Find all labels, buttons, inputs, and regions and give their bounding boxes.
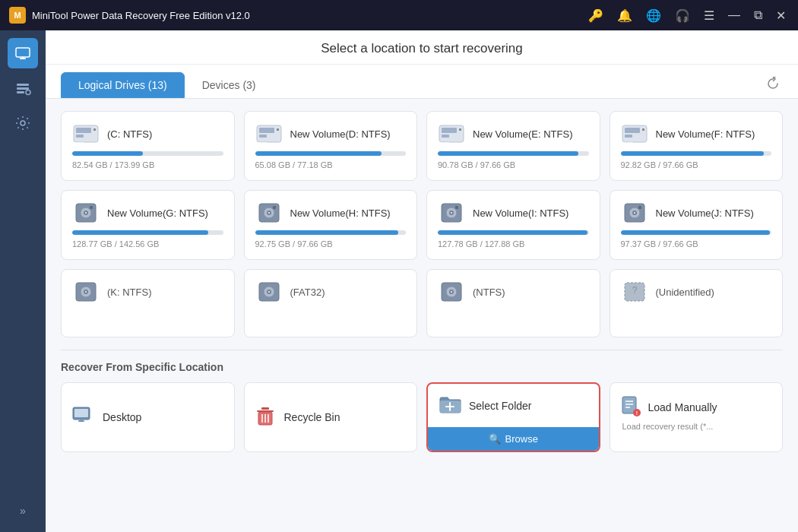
drive-progress-d [255,151,407,156]
specific-location-title: Recover From Specific Location [61,361,783,373]
svg-rect-19 [442,128,457,133]
svg-rect-25 [625,135,632,138]
recycle-bin-icon [255,406,275,429]
tab-logical-drives[interactable]: Logical Drives (13) [61,72,185,98]
svg-point-41 [451,212,452,214]
drive-card-unidentified[interactable]: ? (Unidentified) [610,269,784,337]
drive-name-c: (C: NTFS) [107,128,152,140]
drive-icon-fat32 [255,280,283,303]
drive-card-d[interactable]: SSD New Volume(D: NTFS) 65.08 GB / 77.18… [244,111,418,181]
notification-icon[interactable]: 🔔 [614,8,635,23]
svg-point-59 [451,291,452,293]
drive-card-fat32[interactable]: (FAT32) [244,269,418,337]
svg-rect-24 [625,128,640,133]
svg-point-36 [268,212,270,214]
drive-icon-j [621,201,648,224]
drive-name-unidentified: (Unidentified) [656,287,714,298]
header-text: Select a location to start recovering [321,41,523,55]
drive-card-ntfs[interactable]: (NTFS) [426,269,600,337]
drive-name-j: New Volume(J: NTFS) [656,207,754,219]
location-card-load-manually[interactable]: ! Load Manually Load recovery result (*.… [610,382,784,452]
svg-text:SSD: SSD [258,141,268,145]
refresh-button[interactable] [763,74,783,97]
drive-card-e[interactable]: SSD New Volume(E: NTFS) 90.78 GB / 97.66… [426,111,600,181]
svg-rect-3 [17,84,29,86]
drive-icon-h [255,201,283,224]
svg-text:!: ! [635,410,637,416]
load-manually-sublabel: Load recovery result (*... [622,422,714,431]
drive-progress-i [438,230,589,235]
svg-rect-32 [90,206,93,209]
svg-point-6 [26,90,30,95]
drive-progress-g [72,230,223,235]
drive-card-h[interactable]: New Volume(H: NTFS) 92.75 GB / 97.66 GB [244,190,418,260]
svg-rect-0 [16,48,30,57]
svg-point-55 [268,291,270,293]
close-button[interactable]: ✕ [773,8,789,23]
desktop-label: Desktop [103,411,141,423]
key-icon[interactable]: 🔑 [585,8,606,23]
drive-icon-i [438,201,465,224]
svg-point-51 [85,291,87,293]
svg-text:SSD: SSD [441,141,451,145]
tab-devices[interactable]: Devices (3) [185,72,274,98]
recover-icon [14,45,31,62]
drive-icon-unidentified: ? [621,280,648,303]
drive-icon-d: SSD [255,122,283,145]
menu-icon[interactable]: ☰ [701,8,717,23]
drive-name-i: New Volume(I: NTFS) [473,207,568,219]
svg-rect-10 [76,135,84,138]
svg-rect-26 [642,128,644,131]
drive-name-ntfs: (NTFS) [473,287,505,298]
drive-size-g: 128.77 GB / 142.56 GB [72,239,223,249]
svg-point-46 [634,212,635,214]
svg-rect-21 [459,128,461,131]
sidebar-item-settings[interactable] [8,108,38,138]
minimize-button[interactable]: — [725,8,743,22]
drive-card-k[interactable]: (K: NTFS) [61,269,235,337]
svg-rect-47 [638,206,641,209]
svg-rect-9 [76,128,91,133]
window-controls: 🔑 🔔 🌐 🎧 ☰ — ⧉ ✕ [585,8,789,23]
drive-progress-h [255,230,407,235]
svg-text:SSD: SSD [623,141,633,145]
drive-card-i[interactable]: New Volume(I: NTFS) 127.78 GB / 127.88 G… [426,190,600,260]
maximize-button[interactable]: ⧉ [751,8,765,22]
drive-icon-k [72,280,100,303]
drive-name-d: New Volume(D: NTFS) [290,128,391,140]
app-logo: M [9,7,26,24]
divider [61,350,783,350]
drive-icon-c: SSD [72,122,100,145]
select-folder-label: Select Folder [469,400,531,412]
svg-rect-5 [17,91,24,93]
headphone-icon[interactable]: 🎧 [672,8,693,23]
svg-rect-11 [93,128,96,131]
svg-rect-63 [74,409,88,417]
search-icon: 🔍 [489,433,501,445]
drive-card-g[interactable]: New Volume(G: NTFS) 128.77 GB / 142.56 G… [61,190,235,260]
drive-size-f: 92.82 GB / 97.66 GB [621,160,772,169]
drive-card-c[interactable]: SSD (C: NTFS) 82.54 GB / 173.99 GB [61,111,235,181]
sidebar-item-recover[interactable] [8,38,38,68]
sidebar-item-tools[interactable] [8,73,38,103]
location-grid: Desktop Recycle Bin [61,382,783,452]
drive-name-k: (K: NTFS) [107,287,152,298]
svg-rect-67 [261,407,269,410]
app-layout: » Select a location to start recovering … [0,30,798,532]
drive-card-j[interactable]: New Volume(J: NTFS) 97.37 GB / 97.66 GB [610,190,784,260]
sidebar-expand[interactable]: » [20,505,26,517]
location-card-recycle[interactable]: Recycle Bin [244,382,418,452]
drive-name-e: New Volume(E: NTFS) [473,128,572,140]
svg-point-7 [21,121,25,125]
location-card-desktop[interactable]: Desktop [61,382,235,452]
drive-icon-ntfs [438,280,465,303]
browse-button[interactable]: 🔍 Browse [428,427,599,451]
globe-icon[interactable]: 🌐 [643,8,664,23]
drive-size-c: 82.54 GB / 173.99 GB [72,160,223,169]
drive-size-j: 97.37 GB / 97.66 GB [621,239,772,249]
svg-rect-15 [259,135,267,138]
location-card-select-folder[interactable]: Select Folder 🔍 Browse [426,382,600,452]
drive-card-f[interactable]: SSD New Volume(F: NTFS) 92.82 GB / 97.66… [610,111,784,181]
tools-icon [14,80,31,97]
drive-name-fat32: (FAT32) [290,287,325,298]
